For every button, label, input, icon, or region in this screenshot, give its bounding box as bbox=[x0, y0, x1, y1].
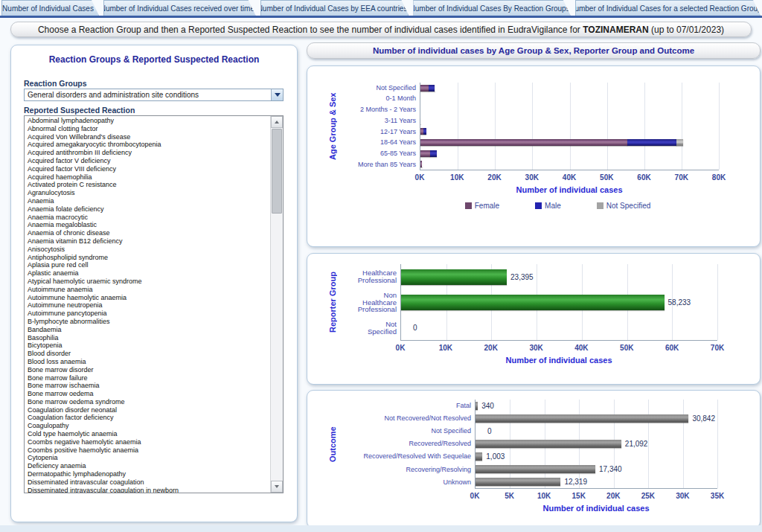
list-item[interactable]: Abnormal clotting factor bbox=[25, 125, 270, 133]
list-item[interactable]: Anaemia vitamin B12 deficiency bbox=[25, 237, 270, 246]
list-item[interactable]: Coombs positive haemolytic anaemia bbox=[25, 446, 270, 455]
list-item[interactable]: Acquired factor VIII deficiency bbox=[25, 165, 270, 173]
reaction-selection-panel: Reaction Groups & Reported Suspected Rea… bbox=[10, 45, 298, 522]
bar-segment-not-specified[interactable] bbox=[676, 139, 683, 146]
list-item[interactable]: Acquired antithrombin III deficiency bbox=[25, 149, 270, 157]
list-item[interactable]: Anaemia folate deficiency bbox=[25, 205, 270, 214]
scroll-down-button[interactable] bbox=[271, 481, 283, 493]
x-axis-title: Number of individual cases bbox=[420, 185, 719, 194]
list-item[interactable]: Blood disorder bbox=[25, 350, 270, 358]
bar-segment-female[interactable] bbox=[420, 150, 430, 157]
list-item[interactable]: Bone marrow oedema syndrome bbox=[25, 398, 270, 406]
legend-swatch-icon bbox=[465, 202, 472, 209]
list-item[interactable]: Antiphospholipid syndrome bbox=[25, 254, 270, 262]
category-label: 0-1 Month bbox=[342, 94, 420, 105]
bar-segment-male[interactable] bbox=[429, 85, 435, 92]
list-item[interactable]: Deficiency anaemia bbox=[25, 462, 270, 470]
charts-header-title: Number of individual cases by Age Group … bbox=[373, 46, 694, 55]
bar[interactable] bbox=[476, 478, 560, 486]
list-item[interactable]: Anaemia macrocytic bbox=[25, 214, 270, 222]
bar[interactable] bbox=[476, 402, 478, 410]
category-label: More than 85 Years bbox=[342, 159, 420, 170]
bar-segment-female[interactable] bbox=[420, 139, 627, 146]
list-item[interactable]: Bone marrow failure bbox=[25, 374, 270, 382]
list-item[interactable]: Coagulation disorder neonatal bbox=[25, 406, 270, 414]
list-item[interactable]: Acquired factor V deficiency bbox=[25, 157, 270, 165]
left-panel-title: Reaction Groups & Reported Suspected Rea… bbox=[11, 54, 297, 65]
list-item[interactable]: Autoimmune pancytopenia bbox=[25, 310, 270, 318]
list-item[interactable]: Bone marrow oedema bbox=[25, 390, 270, 398]
list-item[interactable]: Anaemia bbox=[25, 197, 270, 205]
list-item[interactable]: Coagulation factor deficiency bbox=[25, 414, 270, 422]
list-item[interactable]: Activated protein C resistance bbox=[25, 181, 270, 189]
category-label: Recovered/Resolved With Sequelae bbox=[342, 451, 475, 464]
list-item[interactable]: Anaemia of chronic disease bbox=[25, 229, 270, 237]
legend-label: Female bbox=[475, 202, 499, 210]
bar[interactable] bbox=[476, 452, 482, 461]
tab-cases-over-time[interactable]: Number of Individual Cases received over… bbox=[103, 0, 256, 16]
plot-area: 23,39558,2330 bbox=[400, 264, 717, 341]
list-item[interactable]: Dermatopathic lymphadenopathy bbox=[25, 470, 270, 478]
list-item[interactable]: Disseminated intravascular coagulation i… bbox=[25, 487, 270, 493]
bar-segment-male[interactable] bbox=[422, 161, 423, 167]
tab-individual-cases[interactable]: Number of Individual Cases bbox=[1, 0, 99, 16]
bar-segment-female[interactable] bbox=[420, 85, 429, 92]
list-item[interactable]: Autoimmune anaemia bbox=[25, 286, 270, 294]
bar[interactable] bbox=[476, 440, 621, 448]
tick-label: 5K bbox=[505, 492, 514, 500]
bar[interactable] bbox=[476, 414, 688, 423]
list-item[interactable]: Coombs negative haemolytic anaemia bbox=[25, 438, 270, 446]
list-item[interactable]: Acquired amegakaryocytic thrombocytopeni… bbox=[25, 141, 270, 149]
listbox-scrollbar-track[interactable] bbox=[270, 116, 283, 493]
scroll-up-button[interactable] bbox=[271, 116, 283, 128]
list-item[interactable]: Basophilia bbox=[25, 334, 270, 342]
tick-label: 50K bbox=[620, 344, 633, 352]
list-item[interactable]: Cytopenia bbox=[25, 454, 270, 462]
list-item[interactable]: B-lymphocyte abnormalities bbox=[25, 318, 270, 326]
list-item[interactable]: Anaemia megaloblastic bbox=[25, 221, 270, 229]
bar-segment-not-specified[interactable] bbox=[435, 85, 435, 92]
tab-cases-selected-reaction-group[interactable]: Number of Individual Cases for a selecte… bbox=[575, 0, 761, 16]
category-label: Recovered/Resolved bbox=[342, 438, 475, 450]
bar-segment-male[interactable] bbox=[423, 128, 427, 135]
reporter-group-chart-panel: Reporter Group Healthcare ProfessionalNo… bbox=[307, 253, 761, 385]
list-item[interactable]: Cold type haemolytic anaemia bbox=[25, 430, 270, 438]
list-item[interactable]: Acquired Von Willebrand's disease bbox=[25, 133, 270, 141]
chevron-down-icon[interactable] bbox=[271, 89, 283, 100]
chart-row bbox=[420, 83, 719, 94]
list-item[interactable]: Bicytopenia bbox=[25, 342, 270, 350]
list-item[interactable]: Autoimmune neutropenia bbox=[25, 301, 270, 310]
reported-suspected-reaction-listbox[interactable]: Abdominal lymphadenopathyAbnormal clotti… bbox=[24, 115, 284, 493]
category-label: 12-17 Years bbox=[342, 126, 420, 138]
tab-cases-reaction-groups[interactable]: Number of Individual Cases By Reaction G… bbox=[413, 0, 570, 16]
list-item[interactable]: Coagulopathy bbox=[25, 422, 270, 430]
bar-segment-male[interactable] bbox=[627, 139, 676, 146]
arrow-up-icon bbox=[275, 121, 279, 124]
category-label: Unknown bbox=[342, 476, 475, 489]
list-item[interactable]: Bone marrow ischaemia bbox=[25, 382, 270, 390]
list-item[interactable]: Aplastic anaemia bbox=[25, 269, 270, 278]
list-item[interactable]: Anisocytosis bbox=[25, 246, 270, 254]
reaction-groups-select[interactable]: General disorders and administration sit… bbox=[24, 89, 284, 101]
list-item[interactable]: Bandaemia bbox=[25, 326, 270, 334]
bar[interactable] bbox=[476, 465, 595, 473]
category-labels: FatalNot Recovered/Not ResolvedNot Speci… bbox=[342, 400, 475, 489]
list-item[interactable]: Abdominal lymphadenopathy bbox=[25, 117, 270, 125]
list-item[interactable]: Blood loss anaemia bbox=[25, 358, 270, 366]
tab-cases-eea-countries[interactable]: Number of Individual Cases by EEA countr… bbox=[260, 0, 409, 16]
list-item[interactable]: Acquired haemophilia bbox=[25, 173, 270, 182]
bar-segment-male[interactable] bbox=[430, 150, 437, 157]
bar[interactable] bbox=[401, 295, 665, 310]
bottom-strip bbox=[0, 525, 762, 532]
list-item[interactable]: Atypical haemolytic uraemic syndrome bbox=[25, 278, 270, 286]
bar[interactable] bbox=[401, 269, 507, 285]
tab-bar: Number of Individual Cases Number of Ind… bbox=[0, 0, 762, 16]
gridline bbox=[717, 264, 718, 340]
x-axis-ticks: 0K10K20K30K40K50K60K70K80K bbox=[420, 173, 719, 182]
list-item[interactable]: Bone marrow disorder bbox=[25, 366, 270, 374]
scrollbar-thumb[interactable] bbox=[272, 129, 282, 214]
list-item[interactable]: Aplasia pure red cell bbox=[25, 261, 270, 269]
list-item[interactable]: Autoimmune haemolytic anaemia bbox=[25, 294, 270, 302]
list-item[interactable]: Disseminated intravascular coagulation bbox=[25, 478, 270, 487]
list-item[interactable]: Agranulocytosis bbox=[25, 189, 270, 197]
